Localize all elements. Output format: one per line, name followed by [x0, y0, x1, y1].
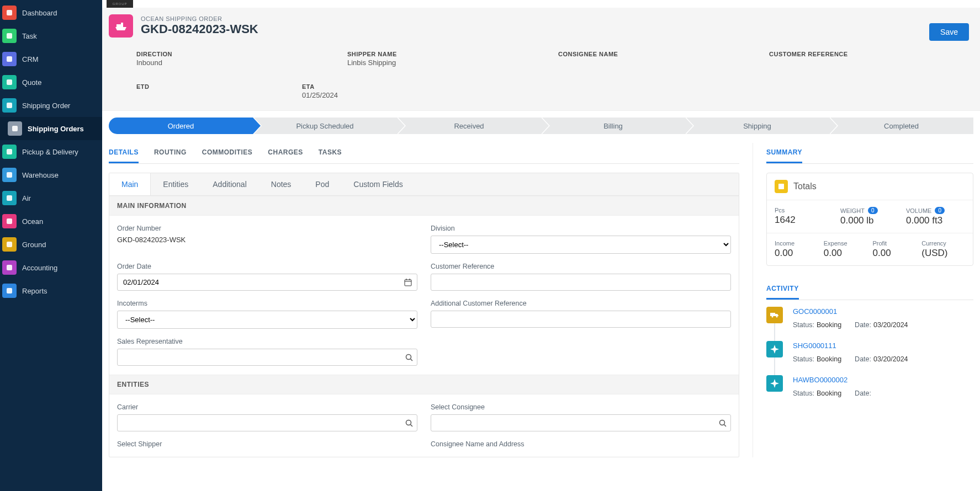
progress-step-received[interactable]: Received: [397, 118, 541, 134]
progress-step-pickup-scheduled[interactable]: Pickup Scheduled: [253, 118, 397, 134]
subtab-entities[interactable]: Entities: [151, 173, 200, 195]
sidebar-item-ocean[interactable]: Ocean: [0, 210, 102, 233]
main-content: GROUP OCEAN SHIPPING ORDER GKD-08242023-…: [102, 0, 980, 491]
currency-value: (USD): [921, 248, 965, 259]
tab-commodities[interactable]: COMMODITIES: [202, 143, 253, 163]
order-number-label: Order Number: [117, 225, 417, 232]
subtab-custom-fields[interactable]: Custom Fields: [341, 173, 415, 195]
svg-rect-9: [7, 218, 12, 224]
brand-strip: GROUP: [102, 0, 980, 8]
customer-reference-label: CUSTOMER REFERENCE: [769, 51, 969, 57]
sidebar-icon: [2, 52, 17, 66]
order-date-label: Order Date: [117, 263, 417, 270]
sidebar-item-label: Shipping Order: [22, 102, 70, 110]
sidebar-item-label: Ocean: [22, 217, 43, 226]
profit-value: 0.00: [873, 248, 917, 259]
sidebar-icon: [2, 145, 17, 159]
svg-rect-0: [7, 10, 12, 15]
sidebar-item-shipping-orders[interactable]: Shipping Orders: [0, 117, 102, 140]
volume-value: 0.000 ft3: [906, 215, 965, 226]
sidebar-icon: [2, 214, 17, 228]
sales-representative-input[interactable]: [117, 349, 417, 366]
svg-point-26: [776, 316, 778, 318]
sidebar-item-label: Warehouse: [22, 171, 59, 179]
additional-customer-reference-input[interactable]: [431, 311, 731, 328]
svg-rect-5: [12, 126, 18, 131]
save-button[interactable]: Save: [929, 23, 969, 41]
subtab-notes[interactable]: Notes: [259, 173, 304, 195]
currency-label: Currency: [921, 240, 965, 247]
activity-meta: Status:BookingDate:03/20/2024: [793, 355, 973, 363]
expense-label: Expense: [824, 240, 867, 247]
activity-id-link[interactable]: SHG0000111: [793, 341, 836, 350]
sidebar-icon: [2, 191, 17, 205]
plane-icon: [766, 375, 783, 392]
sidebar-item-label: Air: [22, 194, 31, 202]
activity-id-link[interactable]: GOC0000001: [793, 307, 837, 316]
select-consignee-input[interactable]: [431, 414, 731, 431]
tab-details[interactable]: DETAILS: [109, 143, 139, 163]
svg-rect-8: [7, 195, 12, 201]
svg-point-25: [772, 316, 774, 318]
svg-rect-3: [7, 79, 12, 85]
progress-step-ordered[interactable]: Ordered: [109, 118, 253, 134]
sidebar-item-ground[interactable]: Ground: [0, 233, 102, 256]
sidebar-item-label: Quote: [22, 78, 41, 87]
sidebar-item-reports[interactable]: Reports: [0, 279, 102, 302]
sidebar-item-warehouse[interactable]: Warehouse: [0, 163, 102, 186]
svg-rect-12: [7, 288, 12, 293]
progress-step-completed[interactable]: Completed: [829, 118, 973, 134]
incoterms-select[interactable]: --Select--: [117, 311, 417, 329]
sidebar-item-crm[interactable]: CRM: [0, 47, 102, 71]
sidebar-icon: [2, 284, 17, 298]
sidebar-item-dashboard[interactable]: Dashboard: [0, 1, 102, 24]
pcs-value: 1642: [775, 215, 834, 226]
progress-step-billing[interactable]: Billing: [541, 118, 685, 134]
sidebar-item-label: Shipping Orders: [28, 125, 84, 133]
brand-logo: GROUP: [107, 0, 133, 8]
customer-reference-form-label: Customer Reference: [431, 263, 731, 270]
tab-charges[interactable]: CHARGES: [268, 143, 303, 163]
svg-rect-23: [778, 184, 784, 189]
customer-reference-input[interactable]: [431, 274, 731, 291]
volume-badge: 0: [935, 207, 945, 214]
weight-badge: 0: [868, 207, 878, 214]
subtab-additional[interactable]: Additional: [200, 173, 259, 195]
weight-label: WEIGHT: [840, 207, 865, 214]
division-label: Division: [431, 225, 731, 232]
sidebar-item-label: Task: [22, 32, 37, 40]
sidebar-item-label: Pickup & Delivery: [22, 148, 78, 156]
activity-item: HAWBO0000002Status:BookingDate:: [766, 375, 973, 409]
progress-step-shipping[interactable]: Shipping: [685, 118, 829, 134]
carrier-input[interactable]: [117, 414, 417, 431]
subtab-pod[interactable]: Pod: [303, 173, 341, 195]
section-main-information: MAIN INFORMATION: [109, 196, 739, 216]
sidebar-icon: [8, 121, 22, 136]
tab-routing[interactable]: ROUTING: [154, 143, 187, 163]
sidebar-item-pickup-delivery[interactable]: Pickup & Delivery: [0, 140, 102, 163]
etd-label: ETD: [136, 83, 291, 90]
detail-tabs: DETAILSROUTINGCOMMODITIESCHARGESTASKS: [109, 143, 739, 164]
order-date-input[interactable]: [117, 274, 417, 291]
order-type-label: OCEAN SHIPPING ORDER: [141, 15, 258, 22]
sidebar-item-shipping-order[interactable]: Shipping Order: [0, 94, 102, 117]
tab-tasks[interactable]: TASKS: [319, 143, 342, 163]
activity-id-link[interactable]: HAWBO0000002: [793, 376, 847, 384]
tab-summary[interactable]: SUMMARY: [766, 143, 802, 163]
svg-rect-6: [7, 149, 12, 154]
svg-rect-4: [7, 103, 12, 108]
progress-steps: OrderedPickup ScheduledReceivedBillingSh…: [109, 118, 973, 134]
activity-item: GOC0000001Status:BookingDate:03/20/2024: [766, 307, 973, 341]
sidebar-item-task[interactable]: Task: [0, 24, 102, 47]
sidebar-icon: [2, 168, 17, 182]
subtab-main[interactable]: Main: [109, 173, 151, 195]
profit-label: Profit: [873, 240, 917, 247]
sidebar: DashboardTaskCRMQuoteShipping OrderShipp…: [0, 0, 102, 491]
tab-activity[interactable]: ACTIVITY: [766, 279, 799, 300]
sidebar-item-air[interactable]: Air: [0, 186, 102, 210]
sidebar-item-accounting[interactable]: Accounting: [0, 256, 102, 279]
division-select[interactable]: --Select--: [431, 236, 731, 254]
sidebar-icon: [2, 75, 17, 89]
sidebar-item-quote[interactable]: Quote: [0, 71, 102, 94]
sidebar-icon: [2, 6, 17, 20]
